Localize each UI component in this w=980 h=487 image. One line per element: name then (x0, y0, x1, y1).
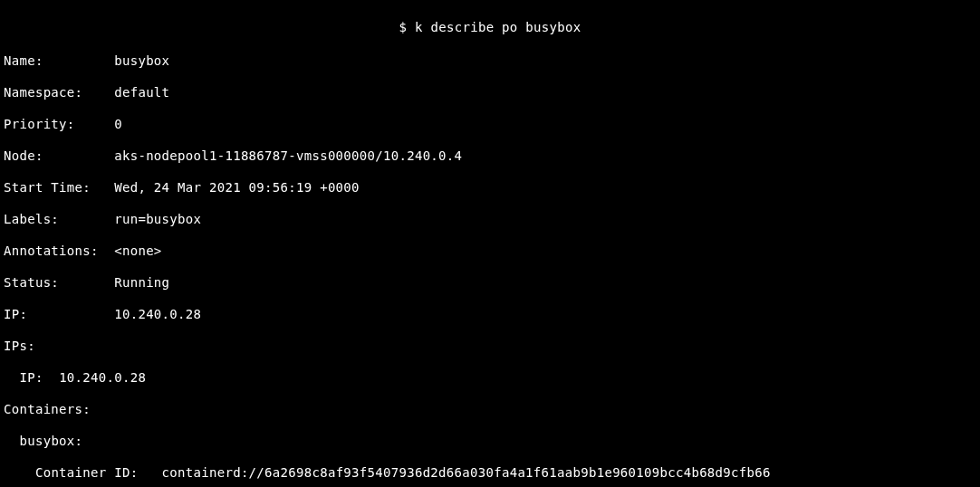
field-container-name: busybox: (4, 434, 976, 450)
field-priority: Priority: 0 (4, 117, 976, 133)
field-annotations: Annotations: <none> (4, 244, 976, 260)
field-ips: IPs: (4, 339, 976, 355)
field-container-id: Container ID: containerd://6a2698c8af93f… (4, 465, 976, 482)
field-namespace: Namespace: default (4, 85, 976, 101)
field-status: Status: Running (4, 275, 976, 291)
terminal-output[interactable]: $ k describe po busybox Name: busybox Na… (4, 4, 976, 487)
field-name: Name: busybox (4, 53, 976, 70)
command: k describe po busybox (415, 20, 581, 34)
field-ip: IP: 10.240.0.28 (4, 307, 976, 323)
field-containers: Containers: (4, 402, 976, 418)
field-start-time: Start Time: Wed, 24 Mar 2021 09:56:19 +0… (4, 180, 976, 196)
field-ips-inner: IP: 10.240.0.28 (4, 370, 976, 387)
prompt-symbol: $ (399, 20, 408, 34)
prompt-line: $ k describe po busybox (4, 20, 976, 38)
field-labels: Labels: run=busybox (4, 212, 976, 228)
field-node: Node: aks-nodepool1-11886787-vmss000000/… (4, 148, 976, 165)
